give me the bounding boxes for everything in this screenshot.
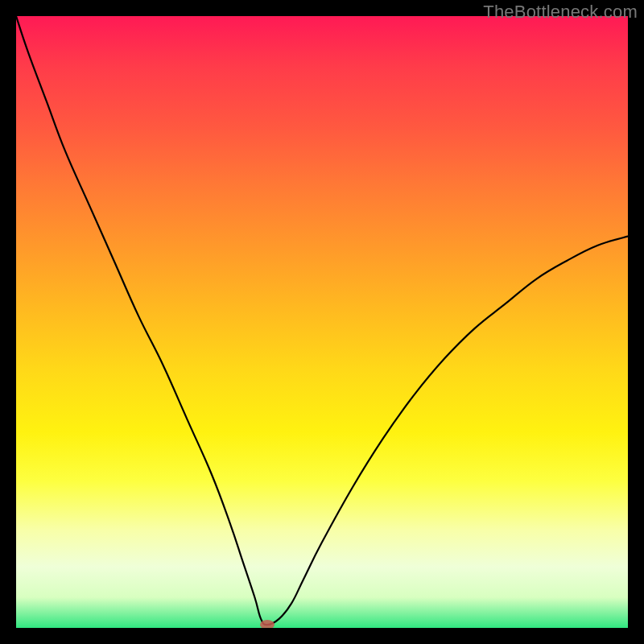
bottleneck-curve bbox=[16, 16, 628, 628]
watermark-text: TheBottleneck.com bbox=[483, 2, 638, 23]
optimal-marker bbox=[260, 620, 275, 628]
plot-area bbox=[16, 16, 628, 628]
chart-container: TheBottleneck.com bbox=[0, 0, 644, 644]
